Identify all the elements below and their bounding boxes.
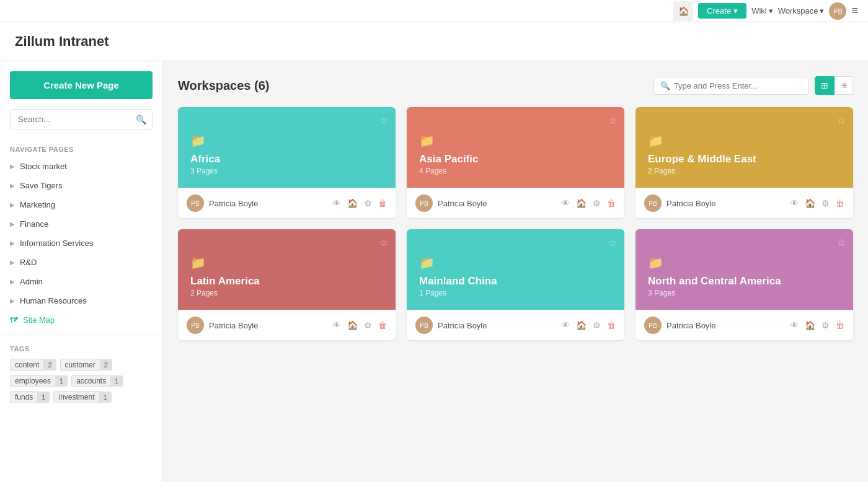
delete-icon[interactable]: 🗑 xyxy=(607,198,616,208)
view-icon[interactable]: 👁 xyxy=(790,198,799,208)
main-layout: Create New Page 🔍 NAVIGATE PAGES ▶ Stock… xyxy=(0,61,868,482)
workspace-card-mainland-china: ☆ 📁 Mainland China 1 Pages PB Patricia B… xyxy=(407,229,624,340)
tag-name: employees xyxy=(10,375,56,387)
home-icon[interactable]: 🏠 xyxy=(576,198,587,208)
user-name: Patricia Boyle xyxy=(438,321,487,330)
sidebar-item-information-services[interactable]: ▶ Information Services xyxy=(0,234,162,253)
hamburger-icon[interactable]: ≡ xyxy=(851,4,858,17)
tag-employees[interactable]: employees 1 xyxy=(10,375,68,387)
star-icon[interactable]: ☆ xyxy=(379,115,388,126)
workspace-chevron-icon: ▾ xyxy=(820,6,824,15)
star-icon[interactable]: ☆ xyxy=(608,115,617,126)
sidebar-item-admin[interactable]: ▶ Admin xyxy=(0,272,162,291)
sidebar-item-label: Finance xyxy=(20,219,48,229)
view-icon[interactable]: 👁 xyxy=(561,320,570,330)
card-footer: PB Patricia Boyle 👁 🏠 ⚙ 🗑 xyxy=(636,310,853,340)
home-icon[interactable]: 🏠 xyxy=(805,320,815,330)
wiki-button[interactable]: Wiki ▾ xyxy=(751,6,773,15)
workspace-button[interactable]: Workspace ▾ xyxy=(778,6,825,15)
wiki-label: Wiki xyxy=(751,6,767,15)
settings-icon[interactable]: ⚙ xyxy=(822,198,830,208)
card-footer: PB Patricia Boyle 👁 🏠 ⚙ 🗑 xyxy=(636,188,853,218)
star-icon[interactable]: ☆ xyxy=(379,237,388,248)
workspace-search-input[interactable] xyxy=(674,81,802,90)
sitemap-icon: 🗺 xyxy=(10,315,18,325)
tag-customer[interactable]: customer 2 xyxy=(60,359,112,371)
app-header: Zillum Intranet xyxy=(0,22,868,61)
create-button[interactable]: Create ▾ xyxy=(698,3,746,19)
search-input[interactable] xyxy=(10,109,153,129)
workspace-card-latin-america: ☆ 📁 Latin America 2 Pages PB Patricia Bo… xyxy=(178,229,396,340)
tags-row-1: content 2 customer 2 xyxy=(10,359,153,371)
create-chevron-icon: ▾ xyxy=(733,6,738,15)
tag-count: 2 xyxy=(44,359,56,370)
grid-view-button[interactable]: ⊞ xyxy=(815,76,835,95)
home-icon[interactable]: 🏠 xyxy=(347,320,358,330)
sidebar-item-label: Admin xyxy=(20,277,43,286)
card-title: Asia Pacific xyxy=(419,153,612,165)
tag-name: investment xyxy=(53,391,99,403)
sidebar-item-stock-market[interactable]: ▶ Stock market xyxy=(0,157,162,176)
settings-icon[interactable]: ⚙ xyxy=(593,198,601,208)
chevron-right-icon: ▶ xyxy=(10,240,15,247)
avatar: PB xyxy=(415,317,433,334)
star-icon[interactable]: ☆ xyxy=(837,115,846,126)
card-actions: 👁 🏠 ⚙ 🗑 xyxy=(561,198,616,208)
sidebar-item-finance[interactable]: ▶ Finance xyxy=(0,214,162,234)
home-icon: 🏠 xyxy=(678,6,689,16)
user-name: Patricia Boyle xyxy=(666,321,715,330)
tag-accounts[interactable]: accounts 1 xyxy=(71,375,123,387)
home-button[interactable]: 🏠 xyxy=(673,1,693,21)
chevron-right-icon: ▶ xyxy=(10,182,15,189)
card-user: PB Patricia Boyle xyxy=(187,195,258,212)
delete-icon[interactable]: 🗑 xyxy=(836,198,844,208)
sidebar-item-human-resources[interactable]: ▶ Human Resources xyxy=(0,291,162,310)
sidebar-item-rd[interactable]: ▶ R&D xyxy=(0,253,162,272)
home-icon[interactable]: 🏠 xyxy=(805,198,815,208)
settings-icon[interactable]: ⚙ xyxy=(593,320,601,330)
card-pages: 2 Pages xyxy=(648,167,841,175)
tag-investment[interactable]: investment 1 xyxy=(53,391,111,403)
folder-icon: 📁 xyxy=(190,255,383,270)
settings-icon[interactable]: ⚙ xyxy=(364,198,372,208)
star-icon[interactable]: ☆ xyxy=(837,237,846,248)
home-icon[interactable]: 🏠 xyxy=(576,320,587,330)
delete-icon[interactable]: 🗑 xyxy=(607,320,616,330)
sidebar-item-label: Save Tigers xyxy=(20,181,63,190)
delete-icon[interactable]: 🗑 xyxy=(378,320,387,330)
view-icon[interactable]: 👁 xyxy=(790,320,799,330)
app-title: Zillum Intranet xyxy=(15,33,109,49)
sidebar-item-label: Marketing xyxy=(20,200,55,209)
avatar: PB xyxy=(644,317,662,334)
list-view-button[interactable]: ≡ xyxy=(836,76,853,95)
avatar[interactable]: PB xyxy=(829,2,846,20)
tag-content[interactable]: content 2 xyxy=(10,359,56,371)
home-icon[interactable]: 🏠 xyxy=(347,198,358,208)
sidebar-item-label: Human Resources xyxy=(20,296,87,305)
view-icon[interactable]: 👁 xyxy=(332,198,341,208)
tag-name: content xyxy=(10,359,44,371)
search-icon: 🔍 xyxy=(136,115,146,125)
tag-count: 1 xyxy=(38,392,50,403)
site-map-link[interactable]: 🗺 Site Map xyxy=(0,310,162,330)
settings-icon[interactable]: ⚙ xyxy=(364,320,372,330)
avatar: PB xyxy=(415,195,433,212)
sidebar-item-marketing[interactable]: ▶ Marketing xyxy=(0,195,162,214)
delete-icon[interactable]: 🗑 xyxy=(836,320,844,330)
star-icon[interactable]: ☆ xyxy=(608,237,617,248)
view-icon[interactable]: 👁 xyxy=(561,198,570,208)
delete-icon[interactable]: 🗑 xyxy=(378,198,387,208)
top-navigation: 🏠 Create ▾ Wiki ▾ Workspace ▾ PB ≡ xyxy=(0,0,868,22)
card-pages: 4 Pages xyxy=(419,167,612,175)
create-new-page-button[interactable]: Create New Page xyxy=(10,71,153,99)
card-actions: 👁 🏠 ⚙ 🗑 xyxy=(790,320,844,330)
sidebar-item-save-tigers[interactable]: ▶ Save Tigers xyxy=(0,176,162,195)
tag-funds[interactable]: funds 1 xyxy=(10,391,50,403)
view-icon[interactable]: 👁 xyxy=(332,320,341,330)
nav-items-list: ▶ Stock market ▶ Save Tigers ▶ Marketing… xyxy=(0,157,162,310)
chevron-right-icon: ▶ xyxy=(10,259,15,266)
settings-icon[interactable]: ⚙ xyxy=(822,320,830,330)
folder-icon: 📁 xyxy=(648,255,841,270)
card-pages: 3 Pages xyxy=(190,167,383,175)
avatar: PB xyxy=(187,317,204,334)
